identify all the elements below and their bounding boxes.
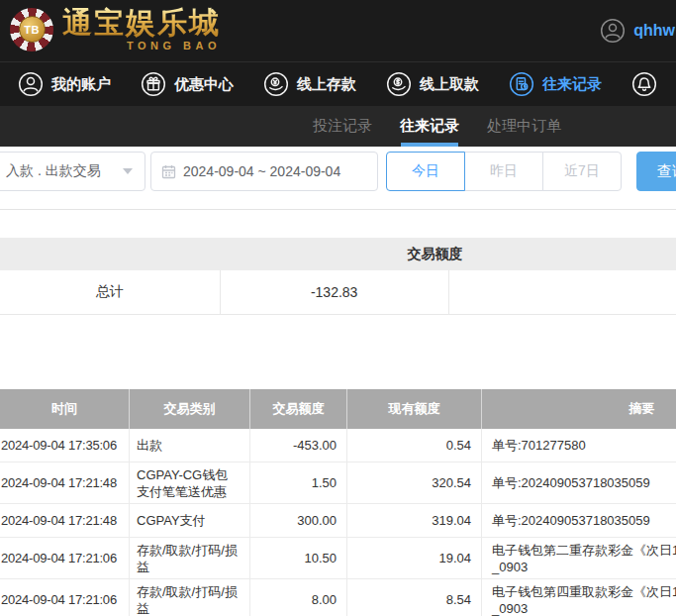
nav-label: 往来记录: [542, 75, 602, 94]
transaction-type-select[interactable]: 入款 . 出款交易: [0, 152, 145, 191]
cell-time: 2024-09-04 17:21:48: [0, 462, 130, 503]
user-icon: [18, 71, 44, 97]
column-header-time: 时间: [0, 389, 130, 429]
summary-total-value: -132.83: [220, 270, 448, 314]
summary-total-label: 总计: [0, 270, 220, 314]
tab-label: 往来记录: [400, 117, 459, 136]
cell-amount: 1.50: [250, 462, 347, 503]
site-logo[interactable]: TB 通宝娱乐城 TONG BAO: [10, 7, 221, 51]
column-header-balance: 现有额度: [347, 389, 482, 429]
records-table-header: 时间 交易类别 交易额度 现有额度 摘要: [0, 389, 676, 429]
nav-item-notifications[interactable]: [631, 71, 657, 97]
tab-processing-orders[interactable]: 处理中订单: [487, 106, 561, 147]
date-range-picker[interactable]: 2024-09-04 ~ 2024-09-04: [150, 152, 378, 191]
nav-item-promotions[interactable]: 优惠中心: [141, 71, 234, 97]
cell-time: 2024-09-04 17:21:48: [0, 504, 130, 537]
page: TB 通宝娱乐城 TONG BAO qhhw 我的账户: [0, 0, 676, 616]
nav-label: 优惠中心: [174, 75, 234, 94]
cell-summary: 单号:701277580: [482, 429, 676, 462]
cell-amount: 10.50: [250, 538, 347, 578]
withdraw-icon: [386, 71, 412, 97]
gift-icon: [141, 71, 166, 97]
summary-total-row: 总计 -132.83: [0, 270, 676, 315]
cell-amount: 300.00: [250, 504, 347, 537]
records-table-body: 2024-09-04 17:35:06 出款 -453.00 0.54 单号:7…: [0, 429, 676, 616]
chip-monogram: TB: [19, 16, 46, 43]
user-account[interactable]: qhhw: [600, 0, 676, 61]
records-subnav: 投注记录 往来记录 处理中订单: [0, 106, 676, 147]
tab-transaction-records[interactable]: 往来记录: [400, 106, 459, 147]
summary-table-header: 交易额度: [0, 238, 676, 270]
cell-balance: 0.54: [347, 429, 482, 462]
logo-title: 通宝娱乐城: [62, 7, 221, 39]
main-navigation: 我的账户 优惠中心 线上存款 线上取款: [0, 61, 676, 106]
cell-type: CGPAY-CG钱包支付笔笔送优惠: [130, 462, 250, 503]
table-row[interactable]: 2024-09-04 17:21:48 CGPAY-CG钱包支付笔笔送优惠 1.…: [0, 462, 676, 504]
user-avatar-icon: [600, 18, 626, 44]
logo-subtitle: TONG BAO: [62, 40, 221, 51]
bell-icon: [631, 71, 657, 97]
table-row[interactable]: 2024-09-04 17:35:06 出款 -453.00 0.54 单号:7…: [0, 429, 676, 462]
cell-type: CGPAY支付: [130, 504, 250, 537]
nav-label: 线上存款: [297, 75, 356, 94]
topbar: TB 通宝娱乐城 TONG BAO qhhw: [0, 0, 676, 61]
cell-balance: 19.04: [347, 538, 482, 578]
search-button[interactable]: 查询: [636, 152, 676, 191]
date-range-value: 2024-09-04 ~ 2024-09-04: [183, 163, 340, 179]
records-icon: [509, 71, 534, 97]
cell-time: 2024-09-04 17:21:06: [0, 538, 130, 578]
poker-chip-icon: TB: [10, 8, 53, 51]
cell-amount: -453.00: [250, 429, 347, 462]
logo-text: 通宝娱乐城 TONG BAO: [62, 7, 221, 51]
tab-label: 处理中订单: [487, 117, 561, 136]
cell-balance: 320.54: [347, 462, 482, 503]
nav-item-online-withdrawal[interactable]: 线上取款: [386, 71, 479, 97]
cell-type: 存款/取款/打码/损益: [130, 579, 250, 616]
chevron-down-icon: [123, 168, 133, 174]
cell-time: 2024-09-04 17:35:06: [0, 429, 130, 462]
tab-betting-records[interactable]: 投注记录: [313, 106, 372, 147]
summary-empty-cell: [448, 270, 676, 314]
select-value: 入款 . 出款交易: [6, 162, 101, 180]
column-header-type: 交易类别: [130, 389, 250, 429]
cell-amount: 8.00: [250, 579, 347, 616]
summary-header-label: 交易额度: [286, 238, 584, 270]
deposit-icon: [263, 71, 289, 97]
cell-type: 出款: [130, 429, 250, 462]
calendar-icon: [161, 164, 176, 179]
tab-label: 投注记录: [313, 117, 372, 136]
nav-label: 线上取款: [420, 75, 479, 94]
cell-summary: 电子钱包第四重取款彩金《次日1 _0903: [482, 579, 676, 616]
cell-type: 存款/取款/打码/损益: [130, 538, 250, 578]
cell-time: 2024-09-04 17:21:06: [0, 579, 130, 616]
cell-summary: 单号:202409053718035059: [482, 504, 676, 537]
table-row[interactable]: 2024-09-04 17:21:06 存款/取款/打码/损益 10.50 19…: [0, 538, 676, 579]
nav-label: 我的账户: [51, 75, 111, 94]
cell-balance: 319.04: [347, 504, 482, 537]
quick-filter-7days-button[interactable]: 近7日: [542, 152, 622, 191]
column-header-amount: 交易额度: [250, 389, 347, 429]
table-row[interactable]: 2024-09-04 17:21:48 CGPAY支付 300.00 319.0…: [0, 504, 676, 538]
nav-item-online-deposit[interactable]: 线上存款: [263, 71, 356, 97]
nav-item-transaction-records[interactable]: 往来记录: [509, 71, 602, 97]
cell-balance: 8.54: [347, 579, 482, 616]
quick-filter-today-button[interactable]: 今日: [386, 152, 465, 191]
filter-bar: 入款 . 出款交易 2024-09-04 ~ 2024-09-04 今日 昨日 …: [0, 147, 676, 210]
username: qhhw: [633, 22, 675, 40]
quick-filter-yesterday-button[interactable]: 昨日: [464, 152, 543, 191]
nav-item-my-account[interactable]: 我的账户: [18, 71, 111, 97]
table-row[interactable]: 2024-09-04 17:21:06 存款/取款/打码/损益 8.00 8.5…: [0, 579, 676, 616]
cell-summary: 电子钱包第二重存款彩金《次日1 _0903: [482, 538, 676, 578]
column-header-summary: 摘要: [482, 389, 676, 429]
cell-summary: 单号:202409053718035059: [482, 462, 676, 503]
